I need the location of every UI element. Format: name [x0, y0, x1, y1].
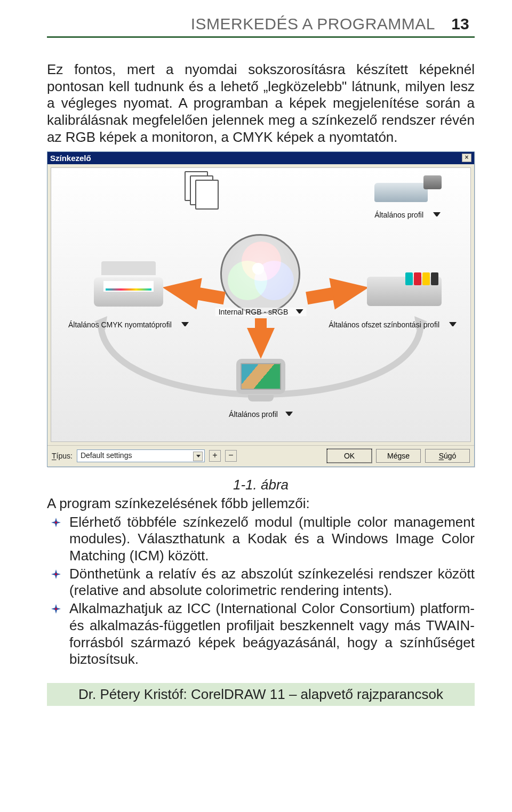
- chevron-down-icon: [449, 322, 457, 327]
- cancel-button[interactable]: Mégse: [376, 449, 421, 463]
- offset-press-icon: [367, 266, 442, 306]
- arrow-down-icon: [247, 328, 275, 359]
- chapter-title: ISMERKEDÉS A PROGRAMMAL: [191, 15, 435, 33]
- arrow-left-icon: [159, 271, 202, 309]
- svg-point-2: [55, 521, 57, 524]
- dialog-canvas: Általános profil Általános CMYK nyomtató…: [51, 167, 471, 442]
- header-rule: [47, 36, 475, 38]
- scanner-profile-label: Általános profil: [374, 211, 423, 219]
- press-profile-dropdown[interactable]: Általános ofszet színbontási profil: [329, 320, 457, 329]
- page-footer: Dr. Pétery Kristóf: CorelDRAW 11 – alapv…: [47, 683, 475, 706]
- scanner-profile-dropdown[interactable]: Általános profil: [374, 211, 441, 219]
- chevron-down-icon: [285, 412, 293, 417]
- printer-icon: [94, 261, 163, 307]
- remove-preset-button[interactable]: −: [225, 450, 237, 462]
- type-label: Típus:: [52, 452, 73, 460]
- scanner-icon: [374, 173, 438, 202]
- chevron-down-icon: [295, 309, 303, 315]
- type-select[interactable]: Default settings: [77, 449, 205, 462]
- printer-profile-label: Általános CMYK nyomtatóprofil: [68, 320, 172, 329]
- chevron-down-icon: [433, 212, 441, 218]
- list-item: Elérhető többféle színkezelő modul (mult…: [47, 514, 475, 565]
- list-item: Dönthetünk a relatív és az abszolút szín…: [47, 566, 475, 599]
- printer-profile-dropdown[interactable]: Általános CMYK nyomtatóprofil: [68, 320, 189, 329]
- color-manager-dialog: Színkezelő × Általános profil: [47, 151, 475, 467]
- svg-point-3: [55, 573, 57, 575]
- ok-button[interactable]: OK: [327, 449, 372, 463]
- dialog-footer: Típus: Default settings + − OK Mégse Súg…: [47, 445, 474, 467]
- feature-list: Elérhető többféle színkezelő modul (mult…: [47, 514, 475, 668]
- chevron-down-icon: [181, 322, 189, 327]
- monitor-profile-label: Általános profil: [229, 410, 278, 419]
- star-bullet-icon: [51, 518, 61, 527]
- monitor-icon: [232, 359, 290, 407]
- star-bullet-icon: [51, 569, 61, 579]
- svg-point-4: [55, 608, 57, 610]
- list-intro: A program színkezelésének főbb jellemzői…: [47, 495, 475, 512]
- rgb-venn-icon: [226, 243, 296, 305]
- intro-paragraph: Ez fontos, mert a nyomdai sokszorosításr…: [47, 61, 475, 146]
- dialog-titlebar: Színkezelő ×: [47, 152, 474, 164]
- dialog-title-text: Színkezelő: [50, 154, 91, 163]
- star-bullet-icon: [51, 604, 61, 614]
- figure-caption: 1-1. ábra: [47, 477, 475, 493]
- type-select-value: Default settings: [81, 451, 132, 460]
- monitor-profile-dropdown[interactable]: Általános profil: [229, 410, 293, 419]
- help-button[interactable]: Súgó: [425, 449, 470, 463]
- list-item: Alkalmazhatjuk az ICC (International Col…: [47, 600, 475, 668]
- internal-rgb-label: Internal RGB - sRGB: [219, 308, 289, 316]
- arrow-right-icon: [329, 271, 371, 309]
- page-number: 13: [446, 15, 475, 33]
- add-preset-button[interactable]: +: [209, 450, 221, 462]
- close-icon[interactable]: ×: [462, 154, 471, 162]
- internal-rgb-dropdown[interactable]: Internal RGB - sRGB: [215, 308, 307, 316]
- press-profile-label: Általános ofszet színbontási profil: [329, 320, 439, 329]
